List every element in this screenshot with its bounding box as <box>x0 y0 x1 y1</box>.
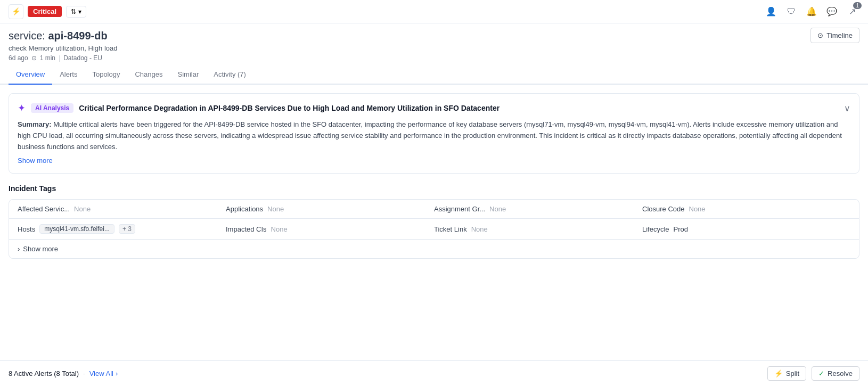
header-left: service: api-8499-db check Memory utiliz… <box>9 30 117 62</box>
header-subtitle: check Memory utilization, High load <box>9 44 117 52</box>
tag-label: Assignment Gr... <box>434 205 485 213</box>
tag-label: Hosts <box>18 225 35 233</box>
tab-topology[interactable]: Topology <box>85 65 127 85</box>
tab-alerts[interactable]: Alerts <box>52 65 85 85</box>
tag-affected-services: Affected Servic... None <box>18 205 226 213</box>
time-ago: 6d ago <box>9 54 28 62</box>
tag-label: Applications <box>226 205 263 213</box>
incident-tags-title: Incident Tags <box>9 184 859 193</box>
sort-button[interactable]: ⇅ ▾ <box>66 6 86 18</box>
shield-button[interactable]: 🛡 <box>784 4 799 19</box>
timeline-button[interactable]: ⊙ Timeline <box>810 28 859 43</box>
tag-closure-code: Closure Code None <box>642 205 850 213</box>
tags-row-2: Hosts mysql41-vm.sfo.feifei... + 3 Impac… <box>9 219 859 240</box>
tag-impacted-cis: Impacted CIs None <box>226 224 434 234</box>
timeline-label: Timeline <box>826 31 853 39</box>
ai-summary-text: Summary: Multiple critical alerts have b… <box>18 119 850 152</box>
ai-analysis-title: Critical Performance Degradation in API-… <box>79 104 839 112</box>
timeline-icon: ⊙ <box>817 31 823 39</box>
tab-similar[interactable]: Similar <box>170 65 207 85</box>
tag-value: None <box>489 205 506 213</box>
tag-label: Lifecycle <box>642 225 669 233</box>
chat-button[interactable]: 💬 <box>824 4 839 19</box>
header: service: api-8499-db check Memory utiliz… <box>0 23 868 65</box>
host-plus-badge: + 3 <box>119 224 135 234</box>
tag-assignment-group: Assignment Gr... None <box>434 205 642 213</box>
critical-badge: Critical <box>28 6 62 17</box>
ai-label-badge: AI Analysis <box>31 103 73 113</box>
tag-value: None <box>471 225 488 233</box>
tag-value: Prod <box>674 225 688 233</box>
summary-body: Multiple critical alerts have been trigg… <box>18 120 842 151</box>
header-meta-row: service: api-8499-db check Memory utiliz… <box>9 30 859 62</box>
top-bar-left: ⚡ Critical ⇅ ▾ <box>9 4 86 19</box>
shield-icon: 🛡 <box>787 7 796 17</box>
share-button[interactable]: ↗ 1 <box>845 4 859 19</box>
tags-show-more[interactable]: › Show more <box>9 240 859 258</box>
tag-value: None <box>267 205 284 213</box>
header-meta: 6d ago ⊙ 1 min | Datadog - EU <box>9 54 117 62</box>
tag-label: Affected Servic... <box>18 205 70 213</box>
bell-icon: 🔔 <box>806 6 817 17</box>
incident-tags-table: Affected Servic... None Applications Non… <box>9 199 859 259</box>
source: Datadog - EU <box>63 54 102 62</box>
tag-applications: Applications None <box>226 205 434 213</box>
tag-ticket-link: Ticket Link None <box>434 224 642 234</box>
show-more-link[interactable]: Show more <box>18 157 53 165</box>
ai-analysis-header: ✦ AI Analysis Critical Performance Degra… <box>18 102 850 114</box>
tab-overview[interactable]: Overview <box>9 65 52 85</box>
chat-icon: 💬 <box>826 6 837 17</box>
share-count: 1 <box>853 2 862 9</box>
main-content: ✦ AI Analysis Critical Performance Degra… <box>0 85 868 267</box>
ai-analysis-card: ✦ AI Analysis Critical Performance Degra… <box>9 93 859 174</box>
host-chip[interactable]: mysql41-vm.sfo.feifei... <box>39 224 114 234</box>
tags-row-1: Affected Servic... None Applications Non… <box>9 200 859 219</box>
lightning-button[interactable]: ⚡ <box>9 4 23 19</box>
lightning-icon: ⚡ <box>12 7 21 15</box>
duration: 1 min <box>40 54 55 62</box>
tag-hosts: Hosts mysql41-vm.sfo.feifei... + 3 <box>18 224 226 234</box>
tag-value: None <box>271 225 288 233</box>
tag-value: None <box>689 205 706 213</box>
tag-label: Impacted CIs <box>226 225 267 233</box>
sparkle-icon: ✦ <box>18 102 26 114</box>
show-more-label: Show more <box>23 245 58 253</box>
person-button[interactable]: 👤 <box>764 4 779 19</box>
sort-icon: ⇅ <box>71 8 76 15</box>
tab-activity[interactable]: Activity (7) <box>206 65 253 85</box>
page-title: service: api-8499-db <box>9 30 117 42</box>
tabs-bar: Overview Alerts Topology Changes Similar… <box>0 65 868 85</box>
top-bar-right: 👤 🛡 🔔 💬 ↗ 1 <box>764 4 859 19</box>
sort-arrow: ▾ <box>78 8 81 15</box>
duration-icon: ⊙ <box>31 54 37 62</box>
tag-label: Closure Code <box>642 205 685 213</box>
tab-changes[interactable]: Changes <box>127 65 170 85</box>
top-bar: ⚡ Critical ⇅ ▾ 👤 🛡 🔔 💬 ↗ 1 <box>0 0 868 23</box>
tag-label: Ticket Link <box>434 225 467 233</box>
summary-label: Summary: <box>18 120 52 128</box>
separator: | <box>59 54 60 62</box>
tag-value: None <box>74 205 91 213</box>
person-icon: 👤 <box>766 6 776 17</box>
chevron-right-icon: › <box>18 245 20 253</box>
bell-button[interactable]: 🔔 <box>804 4 819 19</box>
tag-lifecycle: Lifecycle Prod <box>642 224 850 234</box>
chevron-down-icon[interactable]: ∨ <box>844 103 850 113</box>
